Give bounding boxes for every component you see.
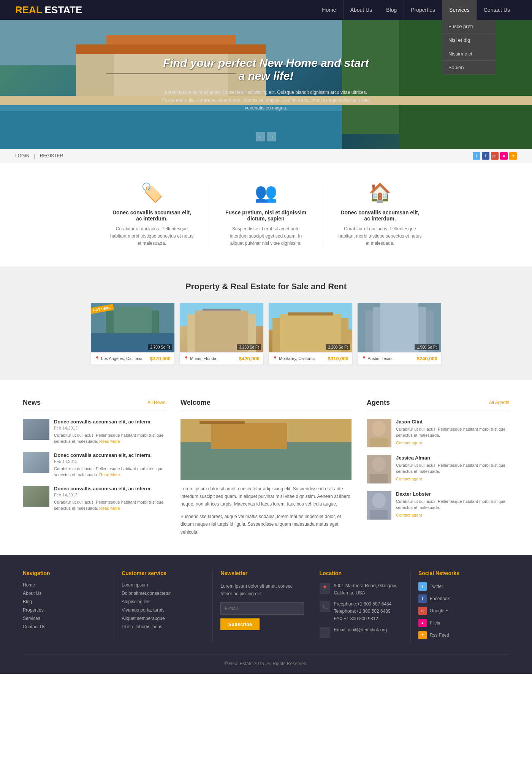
news-column: News All News Donec convallis accumsan e… bbox=[23, 399, 165, 536]
agents-column: Agents All Agents Jason Clint Curabitur … bbox=[367, 399, 509, 536]
sqft-badge-1: 2,700 Sq Ft bbox=[148, 344, 172, 350]
property-img-2: 3,250 Sq Ft bbox=[180, 303, 263, 352]
property-card-1[interactable]: HOT DEAL 2,700 Sq Ft 📍 Los Angeles, Cali… bbox=[91, 303, 174, 365]
property-location-4: 📍 Austin, Texas bbox=[361, 356, 393, 361]
footer-nav-contact[interactable]: Contact Us bbox=[23, 624, 106, 629]
read-more-1[interactable]: Read More bbox=[99, 439, 120, 444]
property-info-4: 📍 Austin, Texas $240,000 bbox=[358, 352, 441, 365]
flickr-icon[interactable]: ● bbox=[500, 152, 508, 160]
register-link[interactable]: REGISTER bbox=[35, 153, 68, 159]
agent-photo-1 bbox=[367, 419, 391, 447]
dropdown-item-4[interactable]: Sapien bbox=[442, 61, 496, 74]
welcome-text-2: Suspendisse laoreet, augue vel mattis so… bbox=[180, 513, 352, 536]
news-image-3 bbox=[23, 486, 49, 507]
social-rss-item[interactable]: ✦ Rss Feed bbox=[418, 631, 502, 639]
footer-social-title: Social Networks bbox=[418, 570, 502, 576]
dropdown-item-3[interactable]: Nissim dict bbox=[442, 47, 496, 61]
svg-rect-31 bbox=[200, 421, 245, 424]
news-text-2: Curabitur ut dui lacus. Pellentesque hab… bbox=[54, 466, 165, 478]
contact-agent-1[interactable]: Contact agent bbox=[396, 441, 509, 445]
property-img-3: 2,200 Sq Ft bbox=[269, 303, 352, 352]
social-facebook-item[interactable]: f Facebook bbox=[418, 594, 502, 603]
footer-service-2[interactable]: Dolor sitmet,consectetur bbox=[122, 591, 205, 596]
facebook-label: Facebook bbox=[430, 596, 450, 601]
contact-agent-2[interactable]: Contact agent bbox=[396, 477, 509, 481]
location-pin-icon-3: 📍 bbox=[272, 356, 278, 361]
footer-nav-about[interactable]: About Us bbox=[23, 591, 106, 596]
agent-name-3: Dexter Lobster bbox=[396, 491, 509, 497]
footer-service-6[interactable]: Libero lobortis lacus bbox=[122, 624, 205, 629]
nav-blog[interactable]: Blog bbox=[379, 0, 404, 20]
properties-section: Property & Real Estate for Sale and Rent… bbox=[0, 266, 532, 380]
social-twitter-item[interactable]: t Twitter bbox=[418, 582, 502, 591]
dropdown-item-2[interactable]: Nisl et dig bbox=[442, 33, 496, 47]
feature-3: 🏠 Donec convallis accumsan elit, ac inte… bbox=[323, 182, 437, 247]
svg-rect-4 bbox=[76, 44, 266, 54]
agent-info-1: Jason Clint Curabitur ut dui lacus. Pell… bbox=[396, 419, 509, 445]
nav-properties[interactable]: Properties bbox=[404, 0, 442, 20]
footer-nav-services[interactable]: Services bbox=[23, 616, 106, 621]
main-nav: Home About Us Blog Properties Services F… bbox=[315, 0, 517, 20]
property-img-1: HOT DEAL 2,700 Sq Ft bbox=[91, 303, 174, 352]
hero-content: Find your perfect New Home and start a n… bbox=[152, 57, 380, 112]
google-label: Google + bbox=[430, 608, 448, 613]
property-info-1: 📍 Los Angeles, Califonia $370,000 bbox=[91, 352, 174, 365]
footer-nav-home[interactable]: Home bbox=[23, 582, 106, 588]
footer-service-4[interactable]: Vivamus porta, turpis bbox=[122, 607, 205, 613]
read-more-3[interactable]: Read More bbox=[99, 506, 120, 510]
login-link[interactable]: LOGIN bbox=[15, 153, 34, 159]
house-icon: 🏠 bbox=[338, 182, 422, 203]
google-icon[interactable]: g+ bbox=[491, 152, 499, 160]
news-image-2 bbox=[23, 452, 49, 473]
read-more-2[interactable]: Read More bbox=[99, 472, 120, 477]
footer-nav-properties[interactable]: Properties bbox=[23, 607, 106, 613]
twitter-label: Twitter bbox=[430, 584, 443, 589]
footer-service-5[interactable]: Aliquet semperaugue bbox=[122, 616, 205, 621]
social-google-item[interactable]: g Google + bbox=[418, 607, 502, 615]
twitter-icon[interactable]: t bbox=[473, 152, 480, 160]
newsletter-email-input[interactable] bbox=[220, 602, 304, 615]
news-date-3: Feb 14,2013 bbox=[54, 493, 165, 497]
logo: REAL ESTATE bbox=[15, 4, 82, 16]
nav-services[interactable]: Services Fusce preti Nisl et dig Nissim … bbox=[442, 0, 477, 20]
footer-newsletter-text: Lorem ipsum dolor sit amet, consec tetue… bbox=[220, 582, 304, 598]
fax: FAX:+1 800 800 9812 bbox=[334, 615, 392, 623]
hero-next-arrow[interactable]: → bbox=[267, 132, 276, 141]
news-item-1: Donec convallis accumsan elit, ac interm… bbox=[23, 419, 165, 445]
flickr-label: Flickr bbox=[430, 620, 441, 626]
footer-nav-blog[interactable]: Blog bbox=[23, 599, 106, 604]
news-item-2: Donec convallis accumsan elit, ac interm… bbox=[23, 452, 165, 478]
footer-service-3[interactable]: Adipiscing elit bbox=[122, 599, 205, 604]
logo-estate: ESTATE bbox=[45, 4, 82, 16]
agent-text-1: Curabitur ut dui lacus. Pellentesque hab… bbox=[396, 426, 509, 439]
property-card-2[interactable]: 3,250 Sq Ft 📍 Miami, Florida $420,000 bbox=[180, 303, 263, 365]
property-card-4[interactable]: 1,900 Sq Ft 📍 Austin, Texas $240,000 bbox=[358, 303, 441, 365]
contact-agent-3[interactable]: Contact agent bbox=[396, 513, 509, 517]
dropdown-item-1[interactable]: Fusce preti bbox=[442, 20, 496, 33]
news-title-2: Donec convallis accumsan elit, ac interm… bbox=[54, 452, 165, 458]
features-section: 🏷️ Donec convallis accumsan elit, ac int… bbox=[0, 163, 532, 266]
nav-home[interactable]: Home bbox=[315, 0, 343, 20]
flickr-social-icon: ● bbox=[418, 619, 427, 627]
nav-contact[interactable]: Contact Us bbox=[477, 0, 517, 20]
rss-icon[interactable]: ✦ bbox=[509, 152, 517, 160]
subscribe-button[interactable]: Subscribe bbox=[220, 618, 260, 630]
property-price-1: $370,000 bbox=[150, 356, 171, 361]
footer-columns: Navigation Home About Us Blog Properties… bbox=[23, 570, 509, 643]
nav-about[interactable]: About Us bbox=[343, 0, 379, 20]
all-news-link[interactable]: All News bbox=[147, 400, 165, 405]
property-card-3[interactable]: 2,200 Sq Ft 📍 Montarey, Califonia $310,0… bbox=[269, 303, 352, 365]
facebook-icon[interactable]: f bbox=[482, 152, 489, 160]
social-flickr-item[interactable]: ● Flickr bbox=[418, 619, 502, 627]
login-bar: LOGIN | REGISTER t f g+ ● ✦ bbox=[0, 149, 532, 163]
svg-point-33 bbox=[372, 421, 386, 436]
hero-prev-arrow[interactable]: ← bbox=[256, 132, 265, 141]
all-agents-link[interactable]: All Agents bbox=[489, 400, 509, 405]
property-price-2: $420,000 bbox=[239, 356, 260, 361]
welcome-title: Welcome bbox=[180, 399, 211, 407]
footer-copyright: © Real Estate 2013. All Rights Reserved. bbox=[23, 655, 509, 666]
agent-text-2: Curabitur ut dui lacus. Pellentesque hab… bbox=[396, 462, 509, 475]
footer-nav-title: Navigation bbox=[23, 570, 106, 576]
welcome-column: Welcome Lorem ipsum dolor sit amet, cons… bbox=[180, 399, 352, 536]
footer-service-1[interactable]: Lorem ipsum bbox=[122, 582, 205, 588]
